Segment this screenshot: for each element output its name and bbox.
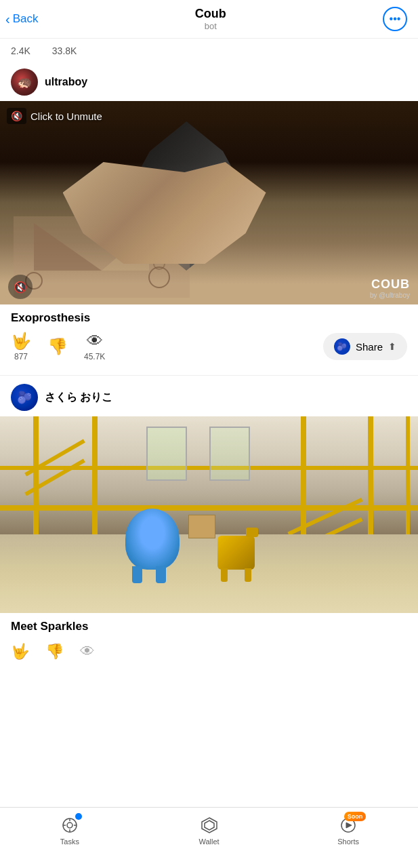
share-btn-avatar: 🫐 bbox=[334, 338, 350, 355]
robot-dog bbox=[217, 536, 255, 570]
page-title: Coub bbox=[195, 7, 226, 21]
dislike-button[interactable]: 👎 bbox=[47, 337, 68, 356]
share-button[interactable]: 🫐 Share ⬆ bbox=[323, 333, 407, 360]
post-1-header: 🦔 ultraboy bbox=[0, 63, 418, 101]
views-button[interactable]: 👁 45.7K bbox=[84, 332, 105, 361]
mute-overlay: 🔇 Click to Unmute bbox=[7, 108, 102, 124]
tasks-label: Tasks bbox=[60, 837, 79, 846]
nav-header: ‹ Back Coub bot ••• bbox=[0, 0, 418, 39]
svg-marker-2 bbox=[102, 230, 149, 271]
post-1-actions: 🤟 877 👎 👁 45.7K 🫐 Share ⬆ bbox=[0, 329, 418, 367]
divider-1 bbox=[0, 375, 418, 376]
blue-creature bbox=[125, 509, 180, 570]
tab-bar: Tasks Wallet Soon Shorts bbox=[0, 807, 418, 868]
mute-btn-bottom[interactable]: 🔇 bbox=[8, 275, 33, 299]
back-label: Back bbox=[13, 12, 39, 26]
like-count: 877 bbox=[14, 352, 28, 361]
stat-item-1: 2.4K bbox=[11, 45, 30, 56]
page-subtitle: bot bbox=[195, 21, 226, 31]
post-1: 🦔 ultraboy 🔇 Click to Unmute bbox=[0, 63, 418, 372]
post-2-title: Meet Sparkles bbox=[0, 613, 418, 637]
post-1-title: Exoprosthesis bbox=[0, 304, 418, 329]
coub-watermark: COUB by @ultraboy bbox=[370, 277, 410, 299]
svg-marker-15 bbox=[346, 823, 352, 828]
post-2-actions-partial: 🤟 👎 👁 bbox=[0, 637, 418, 666]
views-icon: 👁 bbox=[87, 332, 103, 351]
wallet-label: Wallet bbox=[198, 837, 219, 846]
share-upload-icon: ⬆ bbox=[388, 341, 396, 352]
avatar-ultraboy[interactable]: 🦔 bbox=[11, 68, 38, 96]
stats-row: 2.4K 33.8K bbox=[0, 39, 418, 63]
more-icon: ••• bbox=[390, 13, 401, 25]
back-chevron-icon: ‹ bbox=[5, 12, 10, 27]
tasks-icon bbox=[60, 816, 79, 835]
tab-wallet[interactable]: Wallet bbox=[140, 816, 279, 846]
post-2: 🫐 さくら おりこ bbox=[0, 378, 418, 671]
like-icon: 🤟 bbox=[11, 332, 31, 351]
click-to-unmute: Click to Unmute bbox=[30, 111, 102, 122]
coub-logo-text: COUB bbox=[370, 277, 410, 292]
more-button[interactable]: ••• bbox=[383, 7, 407, 31]
partial-icon-3: 👁 bbox=[80, 643, 95, 660]
nav-title-block: Coub bot bbox=[195, 7, 226, 31]
shorts-label: Shorts bbox=[337, 837, 359, 846]
tasks-badge bbox=[75, 813, 82, 820]
like-button[interactable]: 🤟 877 bbox=[11, 332, 31, 361]
video-2[interactable] bbox=[0, 416, 418, 613]
svg-point-7 bbox=[67, 823, 72, 828]
post-2-header: 🫐 さくら おりこ bbox=[0, 378, 418, 416]
tab-tasks[interactable]: Tasks bbox=[0, 816, 140, 846]
wallet-icon bbox=[200, 816, 219, 835]
svg-marker-13 bbox=[205, 821, 214, 830]
dislike-icon: 👎 bbox=[47, 337, 68, 356]
views-count: 45.7K bbox=[84, 352, 105, 361]
video-1[interactable]: 🔇 Click to Unmute 🔇 COUB by @ultraboy bbox=[0, 101, 418, 304]
stat-item-2: 33.8K bbox=[52, 45, 77, 56]
shorts-icon: Soon bbox=[339, 816, 358, 835]
coub-by: by @ultraboy bbox=[370, 292, 410, 299]
video-bottom-bar: 🔇 COUB by @ultraboy bbox=[0, 269, 418, 304]
soon-badge: Soon bbox=[344, 812, 367, 821]
avatar-sakura[interactable]: 🫐 bbox=[11, 384, 38, 411]
partial-icon-2: 👎 bbox=[45, 643, 64, 660]
username-sakura[interactable]: さくら おりこ bbox=[45, 391, 112, 405]
share-label: Share bbox=[356, 341, 383, 353]
partial-icon-1: 🤟 bbox=[11, 643, 29, 660]
tab-shorts[interactable]: Soon Shorts bbox=[278, 816, 418, 846]
mute-icon: 🔇 bbox=[7, 108, 26, 124]
back-button[interactable]: ‹ Back bbox=[5, 12, 38, 27]
username-ultraboy[interactable]: ultraboy bbox=[45, 76, 87, 88]
